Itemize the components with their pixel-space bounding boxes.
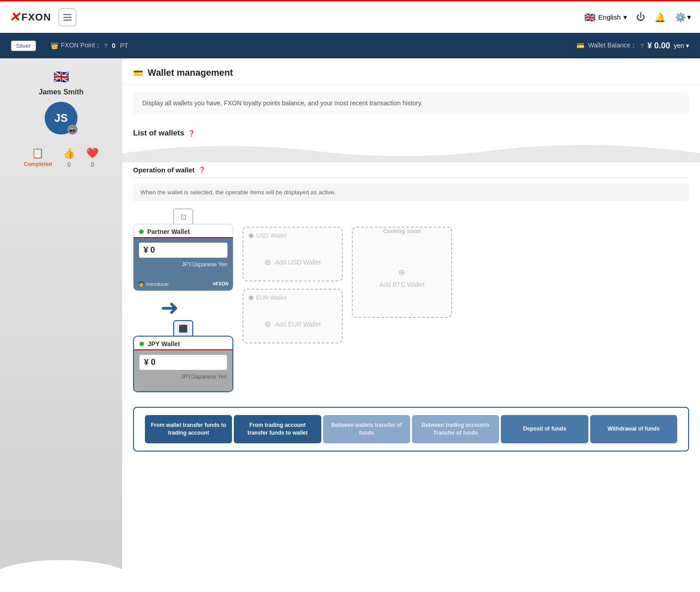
wallet-balance-label: Wallet Balance： bbox=[588, 42, 637, 50]
operation-title: Operation of wallet ❓ bbox=[133, 166, 689, 178]
jpy-wallet-tab[interactable]: ⬛ bbox=[173, 320, 193, 337]
deposit-btn[interactable]: Deposit of funds bbox=[501, 415, 588, 443]
coming-soon-label: Coming soon bbox=[383, 228, 421, 234]
nav-left: ✕ FXON bbox=[9, 8, 77, 26]
usd-wallet-add[interactable]: ⊕ Add USD Wallet bbox=[243, 244, 342, 280]
pt-unit-label: PT bbox=[120, 42, 128, 49]
logo-x-icon: ✕ bbox=[9, 10, 20, 25]
wallets-list-label: List of wallets bbox=[133, 129, 184, 138]
from-trading-btn[interactable]: From trading account transfer funds to w… bbox=[234, 415, 321, 443]
currency-select[interactable]: yen ▾ bbox=[674, 42, 689, 49]
partner-wallet-amount: ¥ 0 bbox=[139, 243, 227, 258]
settings-menu[interactable]: ⚙️ ▾ bbox=[675, 12, 691, 23]
page-title: Wallet management bbox=[148, 68, 233, 78]
language-selector[interactable]: 🇬🇧 English ▾ bbox=[584, 12, 627, 23]
info-banner: Display all wallets you have, FXON loyal… bbox=[133, 92, 689, 114]
between-wallets-btn[interactable]: Between wallets transfer of funds bbox=[323, 415, 410, 443]
bell-icon[interactable]: 🔔 bbox=[654, 12, 666, 23]
menu-line-3 bbox=[63, 20, 72, 21]
wallets-help-icon[interactable]: ❓ bbox=[188, 130, 195, 137]
jpy-wallet-container: ⬛ JPY Wallet ¥ 0 JPY/Japanese Yen bbox=[133, 320, 233, 392]
nav-right: 🇬🇧 English ▾ ⏻ 🔔 ⚙️ ▾ bbox=[584, 12, 691, 23]
add-usd-icon: ⊕ bbox=[264, 257, 271, 267]
withdrawal-btn[interactable]: Withdrawal of funds bbox=[590, 415, 677, 443]
add-eur-icon: ⊕ bbox=[264, 319, 271, 329]
partner-wallet-name: Partner Wallet bbox=[147, 228, 190, 235]
jpy-wallet-currency: JPY/Japanese Yen bbox=[139, 374, 227, 380]
wallet-header-icon: 💳 bbox=[133, 68, 143, 78]
operation-buttons-panel: From wallet transfer funds to trading ac… bbox=[133, 407, 689, 452]
from-wallet-btn[interactable]: From wallet transfer funds to trading ac… bbox=[145, 415, 232, 443]
sidebar-flag-icon: 🇬🇧 bbox=[53, 69, 69, 84]
eur-status-dot bbox=[249, 296, 253, 300]
crown-icon: 👑 bbox=[51, 42, 58, 49]
partner-wallet-card[interactable]: Partner Wallet ¥ 0 JPY/Japanese Yen 🧑 In… bbox=[133, 224, 233, 291]
like-icon: 👍 bbox=[63, 147, 75, 159]
fxon-point-item: 👑 FXON Point： ? 0 PT bbox=[51, 42, 129, 50]
jpy-wallet-status-dot bbox=[139, 342, 144, 346]
likes-value: 0 bbox=[67, 161, 71, 168]
wallet-balance-item: 💳 Wallet Balance： ? ¥ 0.00 yen ▾ bbox=[576, 41, 689, 51]
wallet-amount-value: ¥ 0.00 bbox=[647, 41, 670, 51]
heart-icon: ❤️ bbox=[86, 147, 98, 159]
partner-wallet-footer: 🧑 Introducer ✕FXON bbox=[134, 279, 233, 291]
inactive-text: When the wallet is selected, the operabl… bbox=[140, 189, 336, 196]
wave-divider bbox=[122, 140, 700, 162]
camera-icon[interactable]: 📷 bbox=[67, 125, 77, 135]
jpy-wallet-body: ¥ 0 JPY/Japanese Yen bbox=[134, 350, 232, 391]
logo[interactable]: ✕ FXON bbox=[9, 10, 51, 25]
usd-wallet-header: USD Wallet bbox=[243, 228, 342, 244]
top-nav: ✕ FXON 🇬🇧 English ▾ ⏻ 🔔 ⚙️ ▾ bbox=[0, 0, 700, 33]
eur-wallet-add[interactable]: ⊕ Add EUR Wallet bbox=[243, 306, 342, 343]
sub-header: Silver 👑 FXON Point： ? 0 PT 💳 Wallet Bal… bbox=[0, 33, 700, 58]
eur-wallet-card[interactable]: EUR Wallet ⊕ Add EUR Wallet bbox=[242, 289, 343, 343]
fxon-help-icon[interactable]: ? bbox=[104, 42, 107, 49]
stat-likes[interactable]: 👍 0 bbox=[63, 147, 75, 168]
stat-completed[interactable]: 📋 Completed bbox=[24, 147, 52, 168]
add-usd-label: Add USD Wallet bbox=[275, 259, 321, 266]
jpy-wallet-amount: ¥ 0 bbox=[139, 355, 227, 370]
person-icon: 🧑 bbox=[138, 281, 144, 287]
partner-wallet-container: ⊡ Partner Wallet ¥ 0 JPY/Japanese Yen bbox=[133, 208, 233, 291]
fxon-wallet-badge: ✕FXON bbox=[212, 281, 228, 286]
wallet-icon: 💳 bbox=[576, 42, 584, 49]
fxon-point-label: FXON Point： bbox=[61, 42, 102, 50]
right-wallet-column: Coming soon ⊕ Add BTC Wallet bbox=[352, 227, 452, 318]
operation-label: Operation of wallet bbox=[133, 166, 195, 174]
completed-icon: 📋 bbox=[31, 147, 44, 159]
menu-button[interactable] bbox=[58, 8, 77, 26]
introducer-label: 🧑 Introducer bbox=[138, 281, 169, 287]
chevron-down-icon: ▾ bbox=[623, 13, 627, 21]
sidebar: 🇬🇧 James Smith JS 📷 📋 Completed 👍 0 ❤️ 0 bbox=[0, 58, 122, 592]
add-eur-label: Add EUR Wallet bbox=[275, 321, 321, 328]
jpy-wallet-card[interactable]: JPY Wallet ¥ 0 JPY/Japanese Yen bbox=[133, 336, 233, 392]
wallet-help-icon[interactable]: ? bbox=[640, 42, 643, 49]
menu-line-1 bbox=[63, 14, 72, 15]
wallet-tab-selector[interactable]: ⊡ bbox=[173, 208, 193, 225]
jpy-wallet-header: JPY Wallet bbox=[134, 337, 232, 350]
eur-wallet-header: EUR Wallet bbox=[243, 290, 342, 306]
stat-hearts[interactable]: ❤️ 0 bbox=[86, 147, 98, 168]
add-btc-icon: ⊕ bbox=[398, 267, 405, 277]
completed-label: Completed bbox=[24, 161, 52, 167]
wallets-grid: ⊡ Partner Wallet ¥ 0 JPY/Japanese Yen bbox=[122, 208, 700, 400]
main-content: 💳 Wallet management Display all wallets … bbox=[122, 58, 700, 592]
partner-wallet-status-dot bbox=[139, 229, 144, 234]
usd-wallet-card[interactable]: USD Wallet ⊕ Add USD Wallet bbox=[242, 227, 343, 281]
partner-wallet-body: ¥ 0 JPY/Japanese Yen bbox=[134, 238, 233, 279]
page-header: 💳 Wallet management bbox=[122, 58, 700, 85]
middle-wallet-column: USD Wallet ⊕ Add USD Wallet EUR Wallet ⊕ bbox=[242, 227, 343, 343]
user-name: James Smith bbox=[39, 88, 84, 96]
avatar[interactable]: JS 📷 bbox=[45, 102, 77, 135]
logo-text: FXON bbox=[21, 11, 51, 23]
between-trading-btn[interactable]: Between trading accounts Transfer of fun… bbox=[412, 415, 499, 443]
eur-wallet-name: EUR Wallet bbox=[256, 294, 287, 301]
menu-line-2 bbox=[63, 17, 72, 18]
sidebar-stats: 📋 Completed 👍 0 ❤️ 0 bbox=[24, 147, 98, 168]
list-of-wallets-title: List of wallets ❓ bbox=[122, 121, 700, 140]
jpy-wallet-name: JPY Wallet bbox=[148, 340, 180, 348]
power-icon[interactable]: ⏻ bbox=[636, 12, 645, 22]
main-layout: 🇬🇧 James Smith JS 📷 📋 Completed 👍 0 ❤️ 0… bbox=[0, 58, 700, 592]
partner-wallet-currency: JPY/Japanese Yen bbox=[139, 261, 227, 268]
operation-help-icon[interactable]: ❓ bbox=[198, 166, 206, 173]
